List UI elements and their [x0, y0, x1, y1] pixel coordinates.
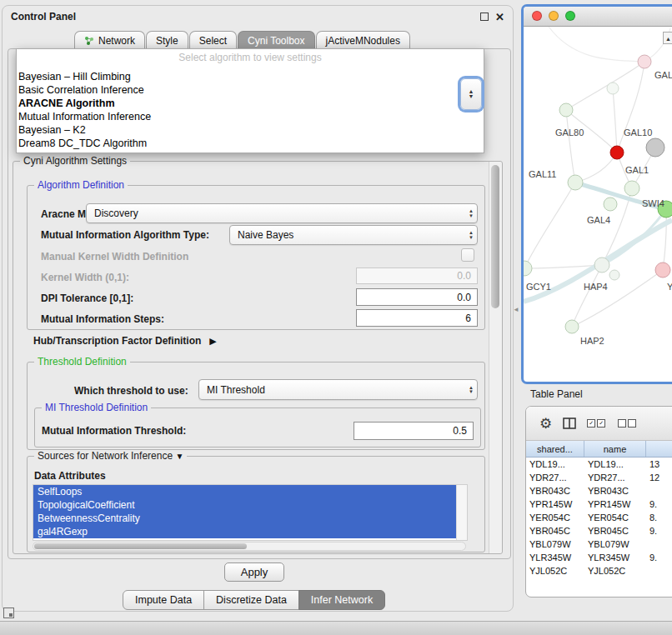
attribute-item-gal4rgexp[interactable]: gal4RGexp: [33, 525, 456, 538]
mi-threshold-field[interactable]: 0.5: [354, 422, 474, 440]
dpi-tolerance-field[interactable]: 0.0: [356, 288, 478, 306]
tab-network[interactable]: Network: [74, 31, 145, 49]
network-view-window: GALGAL80GAL10GAL11GAL1SWI4GAL4GCY1HAP4YH…: [521, 4, 672, 384]
combo-stepper-icon: ▲▼: [469, 231, 474, 240]
table-row[interactable]: YBR045CYBR045C9.: [526, 524, 672, 538]
sources-group-title[interactable]: Sources for Network Inference ▼: [34, 450, 187, 462]
restore-panel-icon[interactable]: [3, 608, 14, 618]
mi-steps-field[interactable]: 6: [356, 309, 478, 327]
checked-boxes-icon[interactable]: ✓✓: [587, 419, 607, 428]
network-canvas-svg: GALGAL80GAL10GAL11GAL1SWI4GAL4GCY1HAP4YH…: [524, 27, 672, 377]
panel-splitter-icon[interactable]: ◄: [513, 306, 519, 313]
scrollbar-thumb[interactable]: [34, 543, 247, 549]
table-row[interactable]: YDL19...YDL19...13: [526, 458, 672, 471]
float-panel-icon[interactable]: [480, 12, 489, 21]
table-cell: YLR345W: [526, 552, 584, 562]
sources-horizontal-scrollbar[interactable]: [33, 542, 466, 551]
attribute-item-selfloops[interactable]: SelfLoops: [33, 485, 456, 498]
algorithm-option-bayesian-hill-climbing[interactable]: Bayesian – Hill Climbing: [17, 70, 484, 83]
apply-button[interactable]: Apply: [224, 562, 284, 582]
attribute-item-topologicalcoefficient[interactable]: TopologicalCoefficient: [33, 498, 456, 512]
algorithm-option-basic-correlation-inference[interactable]: Basic Correlation Inference: [17, 83, 484, 97]
network-node-hap4[interactable]: [594, 258, 609, 272]
network-node-gal10-red[interactable]: [610, 146, 624, 159]
column-header-shared[interactable]: shared...: [526, 441, 584, 457]
table-row[interactable]: YER054CYER054C8.: [526, 511, 672, 524]
which-threshold-select[interactable]: MI Threshold ▲▼: [198, 379, 478, 400]
tab-label: Select: [199, 35, 227, 47]
columns-icon[interactable]: [563, 418, 576, 429]
hub-section-label: Hub/Transcription Factor Definition: [33, 335, 201, 347]
close-panel-icon[interactable]: ✕: [495, 12, 504, 22]
mi-type-select[interactable]: Naive Bayes ▲▼: [229, 225, 478, 245]
table-cell: YBR043C: [584, 486, 646, 496]
bottom-tab-infer-network[interactable]: Infer Network: [298, 590, 385, 610]
algorithm-option-bayesian-k2[interactable]: Bayesian – K2: [17, 123, 484, 137]
network-node-faint-top[interactable]: [607, 82, 619, 94]
network-window-titlebar[interactable]: [524, 7, 672, 27]
node-label-gal10: GAL10: [624, 128, 652, 138]
node-label-gal80: GAL80: [555, 128, 584, 138]
zoom-window-icon[interactable]: [565, 11, 575, 21]
scroll-up-button[interactable]: ▲: [663, 32, 672, 44]
table-body: YDL19...YDL19...13YDR27...YDR27...12YBR0…: [526, 458, 672, 578]
tab-cyni-toolbox[interactable]: Cyni Toolbox: [238, 31, 314, 49]
network-node-gal80[interactable]: [559, 103, 573, 117]
attributes-list-scrollbar[interactable]: [456, 485, 467, 540]
hub-section-toggle[interactable]: Hub/Transcription Factor Definition ▶: [33, 335, 217, 347]
close-window-icon[interactable]: [532, 11, 542, 21]
scrollbar-thumb[interactable]: [491, 165, 499, 308]
column-header-name[interactable]: name: [584, 441, 646, 457]
tab-style[interactable]: Style: [146, 31, 188, 49]
algorithm-option-mutual-information-inference[interactable]: Mutual Information Inference: [17, 110, 484, 123]
network-node-gcy1[interactable]: [524, 261, 532, 276]
network-node-gal1[interactable]: [624, 181, 639, 196]
table-cell: 9.: [646, 526, 672, 536]
kernel-width-field: 0.0: [356, 268, 478, 284]
network-canvas[interactable]: GALGAL80GAL10GAL11GAL1SWI4GAL4GCY1HAP4YH…: [524, 27, 672, 377]
aracne-mode-select[interactable]: Discovery ▲▼: [86, 203, 478, 223]
table-cell: YJL052C: [526, 566, 584, 576]
algorithm-popup-placeholder: Select algorithm to view settings: [17, 51, 484, 65]
network-node-gal4[interactable]: [604, 198, 617, 211]
table-row[interactable]: YDR27...YDR27...12: [526, 471, 672, 484]
table-cell: YBR045C: [584, 526, 646, 536]
algorithm-combo-button[interactable]: ▲▼: [460, 78, 482, 110]
mi-threshold-label: Mutual Information Threshold:: [42, 425, 186, 437]
unchecked-boxes-icon[interactable]: [618, 419, 638, 428]
table-row[interactable]: YBR043CYBR043C: [526, 484, 672, 498]
tab-jactivemnodules[interactable]: jActiveMNodules: [316, 31, 410, 49]
control-panel-title: Control Panel: [11, 11, 76, 22]
control-panel-tabs: NetworkStyleSelectCyni ToolboxjActiveMNo…: [74, 31, 411, 49]
column-header-extra[interactable]: [646, 441, 672, 457]
table-cell: YDR27...: [526, 472, 584, 482]
gear-icon[interactable]: ⚙: [539, 415, 552, 432]
algorithm-option-dream8-dc-tdc-algorithm[interactable]: Dream8 DC_TDC Algorithm: [17, 137, 484, 150]
algorithm-option-aracne-algorithm[interactable]: ARACNE Algorithm: [17, 97, 484, 110]
network-node-gray-hub[interactable]: [646, 138, 664, 157]
table-row[interactable]: YPR145WYPR145W9.: [526, 498, 672, 511]
attribute-item-betweennesscentrality[interactable]: BetweennessCentrality: [33, 512, 456, 525]
mi-type-label: Mutual Information Algorithm Type:: [41, 229, 209, 241]
tab-select[interactable]: Select: [189, 31, 237, 49]
table-row[interactable]: YJL052CYJL052C: [526, 564, 672, 578]
table-cell: YBL079W: [526, 539, 584, 549]
network-node-gal11[interactable]: [568, 175, 583, 190]
table-row[interactable]: YLR345WYLR345W9.: [526, 551, 672, 564]
mi-type-value: Naive Bayes: [238, 229, 293, 241]
network-node-hap2[interactable]: [565, 320, 579, 333]
network-node-small-center[interactable]: [609, 270, 619, 280]
node-label-hap4: HAP4: [584, 282, 608, 292]
network-node-pink-right[interactable]: [655, 262, 670, 278]
kernel-width-label: Kernel Width (0,1):: [41, 272, 129, 283]
bottom-tab-impute-data[interactable]: Impute Data: [123, 590, 204, 610]
network-edge: [617, 62, 644, 152]
table-cell: YDL19...: [526, 459, 584, 469]
table-cell: YJL052C: [584, 566, 646, 576]
table-row[interactable]: YBL079WYBL079W: [526, 538, 672, 551]
table-cell: YER054C: [526, 512, 584, 522]
network-node-pink-top[interactable]: [638, 55, 651, 68]
bottom-tab-discretize-data[interactable]: Discretize Data: [203, 590, 299, 610]
minimize-window-icon[interactable]: [549, 11, 559, 21]
settings-vertical-scrollbar[interactable]: [489, 162, 502, 553]
